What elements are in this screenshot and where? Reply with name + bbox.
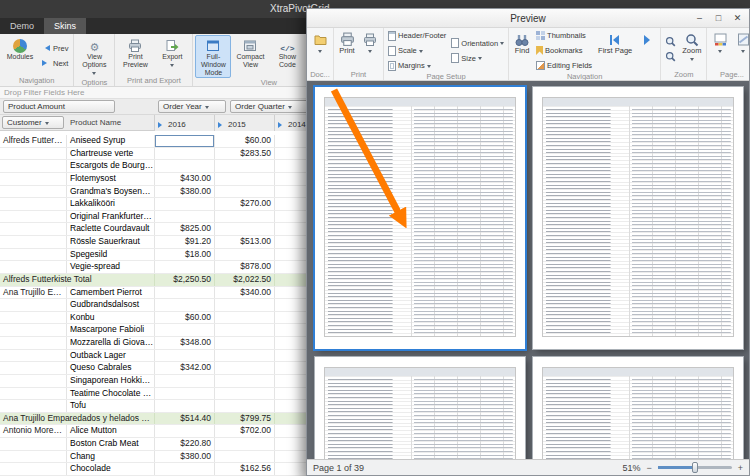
- value-cell-2016[interactable]: [155, 211, 215, 223]
- pivot-row[interactable]: Original Frankfurter grüne Soße: [0, 211, 336, 224]
- product-cell[interactable]: Mascarpone Fabioli: [67, 324, 155, 336]
- print-preview-button[interactable]: Print Preview: [117, 35, 153, 76]
- pivot-row[interactable]: Grandma's Boysenberry Spread $380.00: [0, 186, 336, 199]
- pivot-row[interactable]: Tofu: [0, 400, 336, 413]
- value-cell-2016[interactable]: $91.20: [155, 236, 215, 248]
- watermark-button[interactable]: [732, 29, 749, 70]
- customer-cell[interactable]: [0, 337, 67, 349]
- customer-cell[interactable]: [0, 362, 67, 374]
- pivot-row[interactable]: Alfreds Futterkiste Aniseed Syrup $60.00: [0, 135, 336, 148]
- pivot-row[interactable]: Lakkalikööri $270.00: [0, 198, 336, 211]
- customer-cell[interactable]: [0, 261, 67, 273]
- product-cell[interactable]: Konbu: [67, 312, 155, 324]
- pivot-row[interactable]: Outback Lager: [0, 350, 336, 363]
- value-cell-2016[interactable]: $220.80: [155, 438, 215, 450]
- pivot-row[interactable]: Chang $380.00: [0, 451, 336, 464]
- product-cell[interactable]: Chartreuse verte: [67, 148, 155, 160]
- customer-cell[interactable]: [0, 173, 67, 185]
- pivot-row[interactable]: Chartreuse verte $283.50: [0, 148, 336, 161]
- value-cell-2015[interactable]: $162.56: [215, 463, 275, 475]
- product-cell[interactable]: Escargots de Bourgogne: [67, 160, 155, 172]
- value-cell-2016[interactable]: [155, 425, 215, 437]
- value-cell-2015[interactable]: [215, 400, 275, 412]
- pivot-row[interactable]: Spegesild $18.00: [0, 249, 336, 262]
- product-cell[interactable]: Tofu: [67, 400, 155, 412]
- product-cell[interactable]: Rössle Sauerkraut: [67, 236, 155, 248]
- value-cell-2016[interactable]: $348.00: [155, 337, 215, 349]
- customer-cell[interactable]: [0, 375, 67, 387]
- customer-cell[interactable]: [0, 312, 67, 324]
- preview-titlebar[interactable]: Preview: [307, 9, 749, 28]
- customer-cell[interactable]: [0, 299, 67, 311]
- year-header-2016[interactable]: 2016: [155, 115, 215, 131]
- value-cell-2016[interactable]: $18.00: [155, 249, 215, 261]
- quick-print-button[interactable]: [359, 29, 381, 70]
- scale-button[interactable]: Scale: [386, 44, 448, 57]
- value-cell-2016[interactable]: [155, 287, 215, 299]
- pivot-row[interactable]: Alfreds Futterkiste Total $2,250.50 $2,0…: [0, 274, 336, 287]
- value-cell-2015[interactable]: [215, 173, 275, 185]
- customer-cell[interactable]: [0, 350, 67, 362]
- customer-cell[interactable]: Antonio Moreno Taquería: [0, 425, 67, 437]
- value-cell-2015[interactable]: [215, 375, 275, 387]
- product-cell[interactable]: Lakkalikööri: [67, 198, 155, 210]
- value-cell-2015[interactable]: [215, 324, 275, 336]
- product-cell[interactable]: Vegie-spread: [67, 261, 155, 273]
- value-cell-2015[interactable]: $270.00: [215, 198, 275, 210]
- customer-cell[interactable]: Ana Trujillo Emparedados y helados: [0, 287, 67, 299]
- value-cell-2015[interactable]: [215, 160, 275, 172]
- value-cell-2016[interactable]: [155, 324, 215, 336]
- expand-icon[interactable]: [158, 122, 165, 128]
- value-cell-2015[interactable]: [215, 186, 275, 198]
- product-cell[interactable]: Gudbrandsdalsost: [67, 299, 155, 311]
- pivot-row[interactable]: Ana Trujillo Emparedados y helados Camem…: [0, 287, 336, 300]
- customer-cell[interactable]: [0, 223, 67, 235]
- customer-cell[interactable]: [0, 148, 67, 160]
- zoom-minus-button[interactable]: [646, 463, 651, 473]
- thumbnails-button[interactable]: Thumbnails: [534, 29, 594, 42]
- customer-cell[interactable]: [0, 400, 67, 412]
- product-cell[interactable]: Outback Lager: [67, 350, 155, 362]
- product-cell[interactable]: Aniseed Syrup: [67, 135, 155, 147]
- customer-cell[interactable]: Ana Trujillo Emparedados y helados Total: [0, 413, 155, 425]
- customer-cell[interactable]: [0, 186, 67, 198]
- value-cell-2015[interactable]: $513.00: [215, 236, 275, 248]
- value-cell-2015[interactable]: $2,022.50: [215, 274, 275, 286]
- customer-cell[interactable]: [0, 324, 67, 336]
- expand-icon[interactable]: [218, 122, 225, 128]
- value-cell-2016[interactable]: [155, 261, 215, 273]
- export-button[interactable]: Export: [154, 35, 190, 76]
- pivot-row[interactable]: Konbu $60.00: [0, 312, 336, 325]
- product-amount-field[interactable]: Product Amount: [3, 100, 115, 113]
- value-cell-2015[interactable]: [215, 438, 275, 450]
- pivot-row[interactable]: Vegie-spread $878.00: [0, 261, 336, 274]
- pivot-row[interactable]: Teatime Chocolate Biscuits: [0, 388, 336, 401]
- pivot-row[interactable]: Mozzarella di Giovanni $348.00: [0, 337, 336, 350]
- value-cell-2016[interactable]: [155, 350, 215, 362]
- zoom-button[interactable]: Zoom: [679, 29, 704, 70]
- product-cell[interactable]: Teatime Chocolate Biscuits: [67, 388, 155, 400]
- pivot-row[interactable]: Escargots de Bourgogne: [0, 160, 336, 173]
- size-button[interactable]: Size: [449, 52, 506, 65]
- pivot-row[interactable]: Singaporean Hokkien Fried Mee: [0, 375, 336, 388]
- value-cell-2015[interactable]: $283.50: [215, 148, 275, 160]
- value-cell-2016[interactable]: $2,250.50: [155, 274, 215, 286]
- prev-button[interactable]: Prev: [39, 42, 71, 55]
- value-cell-2016[interactable]: [155, 388, 215, 400]
- orientation-button[interactable]: Orientation: [449, 37, 506, 50]
- customer-cell[interactable]: [0, 211, 67, 223]
- value-cell-2016[interactable]: [155, 375, 215, 387]
- pivot-row[interactable]: Queso Cabrales $342.00: [0, 362, 336, 375]
- margins-button[interactable]: Margins: [386, 59, 448, 72]
- customer-cell[interactable]: Alfreds Futterkiste Total: [0, 274, 155, 286]
- value-cell-2016[interactable]: $342.00: [155, 362, 215, 374]
- editing-fields-button[interactable]: Editing Fields: [534, 59, 594, 72]
- full-window-mode-button[interactable]: Full-Window Mode: [195, 35, 231, 78]
- value-cell-2015[interactable]: [215, 337, 275, 349]
- value-cell-2016[interactable]: [155, 135, 215, 147]
- value-cell-2015[interactable]: [215, 312, 275, 324]
- value-cell-2015[interactable]: [215, 350, 275, 362]
- value-cell-2015[interactable]: [215, 388, 275, 400]
- order-year-field[interactable]: Order Year: [158, 100, 226, 113]
- value-cell-2016[interactable]: [155, 160, 215, 172]
